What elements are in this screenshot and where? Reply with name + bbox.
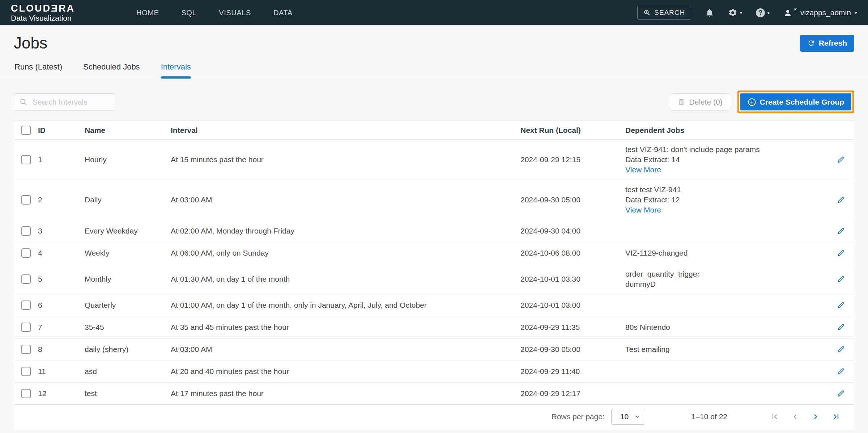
table-row: 11 asd At 20 and 40 minutes past the hou… bbox=[14, 361, 854, 383]
edit-interval-button[interactable] bbox=[835, 344, 847, 355]
pencil-icon bbox=[837, 345, 845, 354]
nav-item-visuals[interactable]: VISUALS bbox=[219, 9, 251, 17]
nav-item-home[interactable]: HOME bbox=[136, 9, 159, 17]
row-next-run: 2024-09-29 12:17 bbox=[520, 389, 625, 398]
row-dependent-jobs: test VIZ-941: don't include page paramsD… bbox=[625, 144, 828, 175]
admin-star-icon: * bbox=[793, 8, 797, 13]
last-page-button[interactable] bbox=[829, 409, 843, 424]
row-id: 11 bbox=[38, 367, 85, 376]
main-nav-menu: HOME SQL VISUALS DATA bbox=[136, 9, 293, 17]
navbar-right-cluster: SEARCH ▾ ? ▾ * vizapps_admin ▾ bbox=[637, 6, 857, 20]
pencil-icon bbox=[837, 196, 845, 204]
search-button[interactable]: SEARCH bbox=[637, 6, 691, 20]
edit-interval-button[interactable] bbox=[835, 388, 847, 399]
user-menu[interactable]: * vizapps_admin ▾ bbox=[783, 8, 857, 17]
search-intervals-box bbox=[14, 93, 115, 111]
edit-interval-button[interactable] bbox=[835, 194, 847, 206]
header-dependent-jobs: Dependent Jobs bbox=[625, 126, 828, 135]
row-checkbox[interactable] bbox=[21, 389, 31, 398]
rows-per-page-select[interactable]: 10 bbox=[611, 409, 645, 425]
select-all-checkbox[interactable] bbox=[21, 126, 31, 135]
help-menu[interactable]: ? ▾ bbox=[756, 8, 770, 17]
chevron-down-icon bbox=[634, 413, 641, 420]
row-dependent-jobs: 80s Nintendo bbox=[625, 322, 828, 332]
view-more-link[interactable]: View More bbox=[625, 165, 828, 175]
pencil-icon bbox=[837, 323, 845, 332]
row-interval: At 03:00 AM bbox=[171, 345, 520, 354]
edit-interval-button[interactable] bbox=[835, 299, 847, 311]
row-interval: At 03:00 AM bbox=[171, 196, 520, 204]
tab-scheduled-jobs[interactable]: Scheduled Jobs bbox=[83, 62, 140, 78]
row-checkbox[interactable] bbox=[21, 195, 31, 205]
header-id: ID bbox=[38, 126, 85, 135]
row-checkbox[interactable] bbox=[21, 367, 31, 376]
row-interval: At 01:30 AM, on day 1 of the month bbox=[171, 275, 520, 283]
row-name: Every Weekday bbox=[85, 227, 171, 235]
notifications-bell-icon[interactable] bbox=[705, 8, 714, 17]
settings-menu[interactable]: ▾ bbox=[728, 8, 742, 17]
refresh-button-label: Refresh bbox=[819, 39, 847, 47]
delete-button-label: Delete (0) bbox=[689, 98, 722, 106]
intervals-toolbar: Delete (0) Create Schedule Group bbox=[0, 91, 868, 113]
row-id: 7 bbox=[38, 323, 85, 332]
row-interval: At 35 and 45 minutes past the hour bbox=[171, 323, 520, 332]
edit-interval-button[interactable] bbox=[835, 225, 847, 237]
delete-button[interactable]: Delete (0) bbox=[670, 93, 730, 111]
create-schedule-group-button[interactable]: Create Schedule Group bbox=[740, 93, 851, 110]
row-checkbox[interactable] bbox=[21, 226, 31, 236]
dependent-job-label: VIZ-1129-changed bbox=[625, 248, 828, 258]
row-checkbox[interactable] bbox=[21, 274, 31, 284]
table-header-row: ID Name Interval Next Run (Local) Depend… bbox=[14, 121, 854, 140]
next-page-button[interactable] bbox=[808, 409, 823, 424]
row-next-run: 2024-10-06 08:00 bbox=[520, 249, 625, 257]
edit-interval-button[interactable] bbox=[835, 321, 847, 333]
plus-circle-icon bbox=[748, 98, 756, 106]
toolbar-actions: Delete (0) Create Schedule Group bbox=[670, 91, 854, 113]
view-more-link[interactable]: View More bbox=[625, 205, 828, 215]
table-row: 3 Every Weekday At 02:00 AM, Monday thro… bbox=[14, 220, 854, 242]
dependent-job-label: dummyD bbox=[625, 279, 828, 289]
previous-page-button[interactable] bbox=[788, 409, 803, 424]
row-id: 2 bbox=[38, 196, 85, 204]
dependent-job-label: Test emailing bbox=[625, 344, 828, 354]
row-name: Weekly bbox=[85, 249, 171, 257]
refresh-button[interactable]: Refresh bbox=[800, 35, 854, 52]
highlight-annotation-box: Create Schedule Group bbox=[737, 91, 854, 113]
edit-interval-button[interactable] bbox=[835, 366, 847, 377]
row-checkbox[interactable] bbox=[21, 155, 31, 164]
edit-interval-button[interactable] bbox=[835, 247, 847, 259]
dependent-job-label: test VIZ-941: don't include page params bbox=[625, 144, 828, 155]
dependent-job-label: Data Extract: 14 bbox=[625, 155, 828, 165]
row-name: Daily bbox=[85, 196, 171, 204]
row-next-run: 2024-09-30 05:00 bbox=[520, 196, 625, 204]
row-dependent-jobs: VIZ-1129-changed bbox=[625, 248, 828, 258]
row-interval: At 17 minutes past the hour bbox=[171, 389, 520, 398]
row-checkbox[interactable] bbox=[21, 300, 31, 310]
gear-icon bbox=[728, 8, 737, 17]
nav-item-data[interactable]: DATA bbox=[273, 9, 293, 17]
table-row: 6 Quarterly At 01:00 AM, on day 1 of the… bbox=[14, 294, 854, 316]
row-next-run: 2024-10-01 03:30 bbox=[520, 275, 625, 283]
row-checkbox[interactable] bbox=[21, 323, 31, 332]
first-page-button[interactable] bbox=[768, 409, 782, 424]
row-next-run: 2024-09-29 11:35 bbox=[520, 323, 625, 332]
edit-interval-button[interactable] bbox=[835, 154, 847, 165]
edit-interval-button[interactable] bbox=[835, 273, 847, 285]
search-button-label: SEARCH bbox=[654, 9, 685, 17]
tab-intervals[interactable]: Intervals bbox=[161, 62, 191, 78]
row-id: 1 bbox=[38, 155, 85, 164]
search-intervals-input[interactable] bbox=[32, 97, 109, 107]
chevron-down-icon: ▾ bbox=[740, 10, 742, 16]
nav-item-sql[interactable]: SQL bbox=[181, 9, 196, 17]
row-name: Monthly bbox=[85, 275, 171, 283]
refresh-icon bbox=[807, 39, 815, 47]
row-next-run: 2024-09-29 11:40 bbox=[520, 367, 625, 376]
row-checkbox[interactable] bbox=[21, 345, 31, 354]
row-checkbox[interactable] bbox=[21, 248, 31, 258]
tab-runs-latest[interactable]: Runs (Latest) bbox=[14, 62, 62, 78]
row-next-run: 2024-09-29 12:15 bbox=[520, 155, 625, 164]
username: vizapps_admin bbox=[800, 8, 851, 17]
pencil-icon bbox=[837, 275, 845, 283]
table-row: 5 Monthly At 01:30 AM, on day 1 of the m… bbox=[14, 264, 854, 294]
trash-icon bbox=[677, 98, 685, 106]
